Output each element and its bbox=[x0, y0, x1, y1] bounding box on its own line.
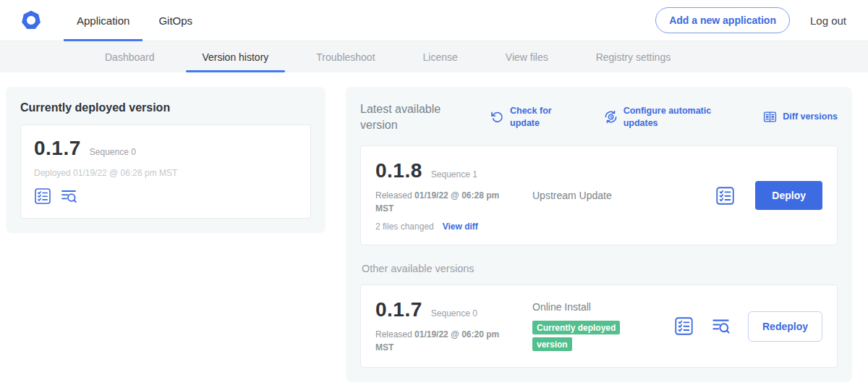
latest-available-title: Latest available version bbox=[360, 101, 456, 132]
files-changed-row: 2 files changed View diff bbox=[375, 222, 516, 232]
latest-version-info: 0.1.8 Sequence 1 Released 01/19/22 @ 06:… bbox=[375, 159, 516, 232]
other-version-actions: Redeploy bbox=[674, 311, 822, 342]
other-version-info: 0.1.7 Sequence 0 Released 01/19/22 @ 06:… bbox=[375, 298, 516, 354]
top-header: Application GitOps Add a new application… bbox=[0, 0, 868, 41]
configure-automatic-updates-label: Configure automatic updates bbox=[624, 105, 715, 129]
available-header: Latest available version Check for updat… bbox=[360, 101, 838, 132]
deployed-version-card: 0.1.7 Sequence 0 Deployed 01/19/22 @ 06:… bbox=[20, 125, 311, 219]
other-version-number: 0.1.7 bbox=[375, 298, 422, 321]
subnav-tab-registry-settings[interactable]: Registry settings bbox=[572, 41, 694, 72]
currently-deployed-badge-wrap: Currently deployed version bbox=[532, 319, 635, 352]
view-logs-icon[interactable] bbox=[60, 187, 77, 205]
preflight-checklist-icon[interactable] bbox=[674, 316, 694, 336]
currently-deployed-title: Currently deployed version bbox=[20, 101, 311, 114]
nav-tab-gitops[interactable]: GitOps bbox=[144, 0, 207, 41]
view-diff-link[interactable]: View diff bbox=[443, 222, 478, 232]
latest-version-number: 0.1.8 bbox=[375, 159, 422, 182]
latest-version-actions: Deploy bbox=[715, 181, 822, 210]
files-changed-label: 2 files changed bbox=[375, 222, 434, 232]
check-for-update-link[interactable]: Check for update bbox=[490, 105, 555, 129]
preflight-checklist-icon[interactable] bbox=[34, 187, 51, 205]
subnav-tab-license[interactable]: License bbox=[399, 41, 482, 72]
subnav-tab-dashboard[interactable]: Dashboard bbox=[81, 41, 179, 72]
latest-version-row: 0.1.8 Sequence 1 Released 01/19/22 @ 06:… bbox=[360, 146, 838, 245]
subnav-tab-version-history[interactable]: Version history bbox=[179, 41, 293, 72]
diff-versions-label: Diff versions bbox=[783, 111, 838, 122]
app-logo-icon[interactable] bbox=[20, 9, 42, 31]
released-prefix: Released bbox=[375, 190, 414, 201]
configure-automatic-updates-link[interactable]: Configure automatic updates bbox=[604, 105, 715, 129]
app-subnav: Dashboard Version history Troubleshoot L… bbox=[0, 41, 868, 72]
deployed-sequence-label: Sequence 0 bbox=[90, 147, 136, 157]
latest-released-timestamp: Released 01/19/22 @ 06:28 pm MST bbox=[375, 189, 516, 215]
main-content: Currently deployed version 0.1.7 Sequenc… bbox=[0, 72, 868, 382]
nav-tab-label: GitOps bbox=[158, 14, 192, 27]
other-sequence-label: Sequence 0 bbox=[431, 308, 477, 319]
view-logs-icon[interactable] bbox=[711, 316, 731, 336]
header-right: Add a new application Log out bbox=[655, 7, 846, 33]
other-released-timestamp: Released 01/19/22 @ 06:20 pm MST bbox=[375, 328, 516, 354]
available-actions: Check for update Configure automatic upd… bbox=[490, 105, 838, 129]
install-type-label: Online Install bbox=[532, 301, 674, 313]
logout-link[interactable]: Log out bbox=[810, 14, 846, 27]
available-versions-card: Latest available version Check for updat… bbox=[346, 87, 852, 382]
diff-columns-icon bbox=[763, 110, 777, 124]
add-new-application-button[interactable]: Add a new application bbox=[655, 7, 790, 33]
other-versions-heading: Other available versions bbox=[362, 263, 836, 274]
deployed-actions bbox=[34, 187, 297, 205]
other-version-row: 0.1.7 Sequence 0 Released 01/19/22 @ 06:… bbox=[360, 284, 838, 368]
preflight-checklist-icon[interactable] bbox=[715, 186, 735, 206]
check-for-update-label: Check for update bbox=[510, 105, 555, 129]
released-prefix: Released bbox=[375, 329, 414, 340]
currently-deployed-badge: Currently deployed version bbox=[532, 321, 620, 350]
latest-sequence-label: Sequence 1 bbox=[431, 169, 477, 180]
redeploy-button[interactable]: Redeploy bbox=[748, 311, 822, 342]
other-version-source: Online Install Currently deployed versio… bbox=[532, 301, 674, 352]
currently-deployed-card: Currently deployed version 0.1.7 Sequenc… bbox=[6, 87, 326, 233]
nav-tab-label: Application bbox=[77, 14, 129, 27]
auto-update-clock-icon bbox=[604, 110, 618, 124]
deployed-version-number: 0.1.7 bbox=[34, 137, 81, 160]
version-row: 0.1.7 Sequence 0 bbox=[34, 137, 297, 160]
latest-version-source: Upstream Update bbox=[532, 190, 715, 201]
diff-versions-link[interactable]: Diff versions bbox=[763, 110, 838, 124]
deploy-button[interactable]: Deploy bbox=[755, 181, 822, 210]
subnav-tab-troubleshoot[interactable]: Troubleshoot bbox=[292, 41, 399, 72]
refresh-icon bbox=[490, 110, 504, 124]
nav-tab-application[interactable]: Application bbox=[62, 0, 144, 41]
subnav-tab-view-files[interactable]: View files bbox=[482, 41, 572, 72]
primary-nav: Application GitOps bbox=[62, 0, 207, 41]
deployed-timestamp: Deployed 01/19/22 @ 06:26 pm MST bbox=[34, 168, 297, 178]
